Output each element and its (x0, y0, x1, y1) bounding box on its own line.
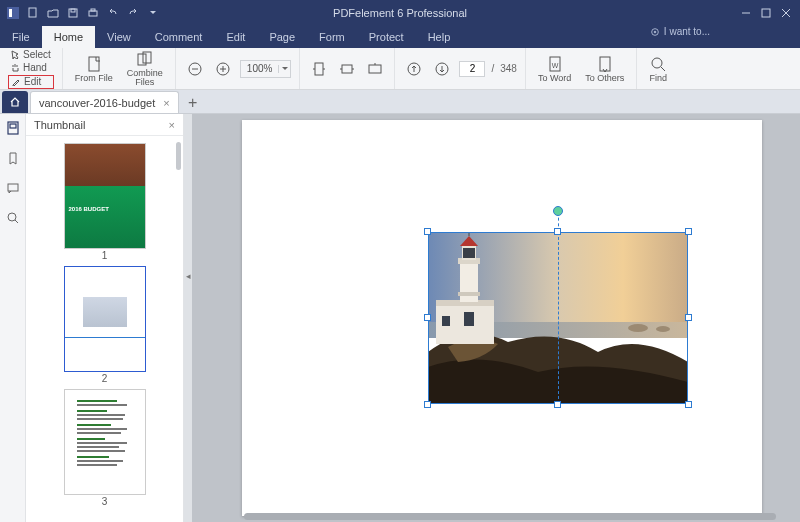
resize-handle-b[interactable] (554, 401, 561, 408)
qat-open-icon[interactable] (46, 6, 60, 20)
window-controls (738, 5, 800, 21)
select-tool[interactable]: Select (8, 49, 54, 61)
svg-rect-8 (762, 9, 770, 17)
svg-line-36 (15, 220, 18, 223)
menu-form[interactable]: Form (307, 26, 357, 48)
to-others-button[interactable]: To Others (581, 55, 628, 83)
thumbnails-panel-icon[interactable] (5, 120, 21, 136)
ribbon-group-convert: W To Word To Others (526, 48, 637, 89)
thumbnail-page-1[interactable]: 2016 BUDGET 1 (65, 144, 145, 261)
home-tab-button[interactable] (2, 91, 28, 113)
qat-dropdown-icon[interactable] (146, 6, 160, 20)
comments-panel-icon[interactable] (5, 180, 21, 196)
quick-access-toolbar (0, 6, 160, 20)
title-bar: PDFelement 6 Professional (0, 0, 800, 26)
add-tab-button[interactable]: + (183, 93, 203, 113)
bookmarks-panel-icon[interactable] (5, 150, 21, 166)
search-panel-icon[interactable] (5, 210, 21, 226)
ribbon: Select Hand Edit From File Combine Files… (0, 48, 800, 90)
thumbnail-list[interactable]: 2016 BUDGET 1 2 3 (26, 136, 183, 522)
ribbon-group-nav: / 348 (395, 48, 525, 89)
qat-redo-icon[interactable] (126, 6, 140, 20)
ribbon-group-select: Select Hand Edit (0, 48, 63, 89)
thumbnail-page-3[interactable]: 3 (65, 390, 145, 507)
collapse-panel-icon[interactable]: ◂ (185, 264, 191, 288)
panel-gutter: ◂ (184, 114, 192, 522)
page-number-input[interactable] (459, 61, 485, 77)
ribbon-group-create: From File Combine Files (63, 48, 176, 89)
combine-files-button[interactable]: Combine Files (123, 50, 167, 87)
resize-handle-tr[interactable] (685, 228, 692, 235)
ribbon-group-find: Find (637, 48, 679, 89)
qat-new-icon[interactable] (26, 6, 40, 20)
zoom-select[interactable]: 100% (240, 60, 292, 78)
qat-save-icon[interactable] (66, 6, 80, 20)
minimize-button[interactable] (738, 5, 754, 21)
app-logo-icon (6, 6, 20, 20)
actual-size-button[interactable] (364, 58, 386, 80)
resize-handle-l[interactable] (424, 314, 431, 321)
svg-rect-1 (9, 9, 12, 17)
rotation-handle[interactable] (553, 206, 563, 216)
fit-page-button[interactable] (308, 58, 330, 80)
resize-handle-tl[interactable] (424, 228, 431, 235)
menu-home[interactable]: Home (42, 26, 95, 48)
hand-tool[interactable]: Hand (8, 62, 54, 74)
menu-protect[interactable]: Protect (357, 26, 416, 48)
ribbon-group-zoom: 100% (176, 48, 301, 89)
document-tab[interactable]: vancouver-2016-budget × (30, 91, 179, 113)
maximize-button[interactable] (758, 5, 774, 21)
fit-width-button[interactable] (336, 58, 358, 80)
menu-view[interactable]: View (95, 26, 143, 48)
svg-text:W: W (551, 62, 558, 69)
side-toolbar (0, 114, 26, 522)
thumbnail-panel-close-icon[interactable]: × (169, 119, 175, 131)
menu-comment[interactable]: Comment (143, 26, 215, 48)
document-page[interactable] (242, 120, 762, 516)
ribbon-group-fit (300, 48, 395, 89)
svg-rect-29 (600, 57, 610, 71)
zoom-in-button[interactable] (212, 58, 234, 80)
scrollbar-thumb[interactable] (176, 142, 181, 170)
resize-handle-bl[interactable] (424, 401, 431, 408)
thumbnail-page-2[interactable]: 2 (65, 267, 145, 384)
edit-tool[interactable]: Edit (8, 75, 54, 89)
svg-rect-5 (89, 11, 97, 16)
to-word-button[interactable]: W To Word (534, 55, 575, 83)
resize-handle-r[interactable] (685, 314, 692, 321)
next-page-button[interactable] (431, 58, 453, 80)
selected-image[interactable] (428, 232, 688, 404)
menu-bar: File Home View Comment Edit Page Form Pr… (0, 26, 800, 48)
thumbnail-panel: Thumbnail × 2016 BUDGET 1 2 (26, 114, 184, 522)
menu-file[interactable]: File (0, 26, 42, 48)
center-guideline (558, 232, 559, 404)
find-button[interactable]: Find (645, 55, 671, 83)
svg-rect-34 (8, 184, 18, 191)
qat-print-icon[interactable] (86, 6, 100, 20)
qat-undo-icon[interactable] (106, 6, 120, 20)
svg-rect-23 (369, 65, 381, 73)
resize-handle-br[interactable] (685, 401, 692, 408)
tab-strip: vancouver-2016-budget × + (0, 90, 800, 114)
i-want-to-label: I want to... (664, 26, 710, 37)
menu-page[interactable]: Page (257, 26, 307, 48)
close-button[interactable] (778, 5, 794, 21)
document-tab-label: vancouver-2016-budget (39, 97, 155, 109)
svg-rect-13 (89, 57, 99, 71)
thumbnail-panel-header: Thumbnail × (26, 114, 183, 136)
menu-help[interactable]: Help (416, 26, 463, 48)
tab-close-icon[interactable]: × (163, 97, 169, 109)
horizontal-scrollbar[interactable] (244, 513, 776, 520)
zoom-out-button[interactable] (184, 58, 206, 80)
chevron-down-icon[interactable] (278, 65, 290, 73)
svg-rect-4 (71, 9, 75, 12)
resize-handle-t[interactable] (554, 228, 561, 235)
svg-rect-3 (69, 9, 77, 17)
document-viewport[interactable]: ◂ (184, 114, 800, 522)
from-file-button[interactable]: From File (71, 55, 117, 83)
app-title: PDFelement 6 Professional (333, 7, 467, 19)
prev-page-button[interactable] (403, 58, 425, 80)
menu-edit[interactable]: Edit (214, 26, 257, 48)
i-want-to[interactable]: I want to... (650, 26, 710, 37)
page-total: 348 (500, 63, 517, 74)
